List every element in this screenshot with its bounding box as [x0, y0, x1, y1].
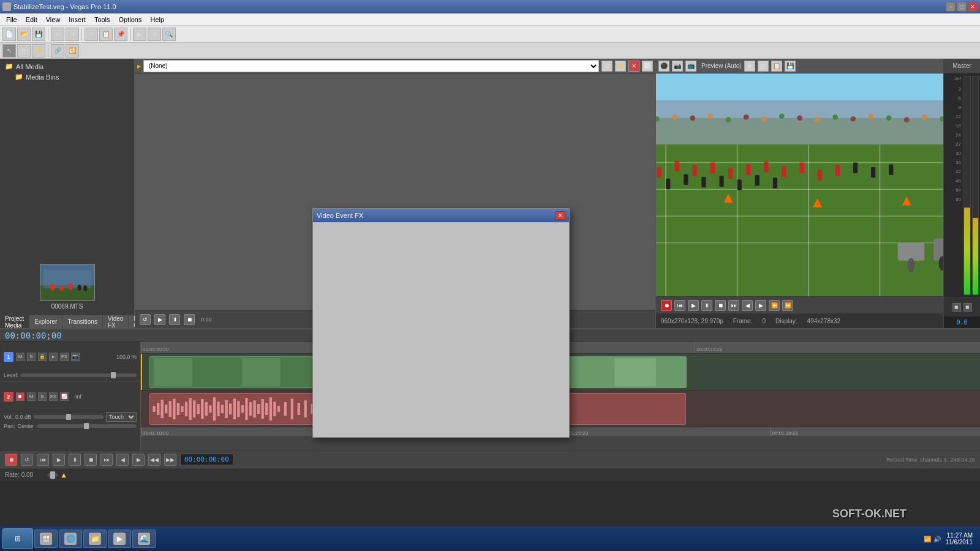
video-event-fx-dialog: Video Event FX ✕ — [312, 208, 570, 438]
dialog-title-bar: Video Event FX ✕ — [313, 209, 569, 222]
volume-icon: 🔊 — [933, 536, 941, 542]
dialog-content-area — [313, 222, 569, 437]
taskbar-item-0[interactable]: 🪟 — [34, 530, 58, 548]
clock-date: 11/6/2011 — [946, 539, 973, 545]
taskbar-item-3[interactable]: ▶ — [108, 530, 131, 548]
taskbar-item-4[interactable]: 🌊 — [132, 530, 156, 548]
taskbar: ⊞ 🪟 🌐 📁 ▶ 🌊 📶 🔊 11:27 AM 11/6/2011 — [0, 527, 980, 551]
taskbar-icon-1: 🌐 — [64, 533, 77, 545]
taskbar-item-2[interactable]: 📁 — [83, 530, 107, 548]
start-button[interactable]: ⊞ — [2, 528, 33, 549]
taskbar-icon-0: 🪟 — [40, 533, 52, 545]
dialog-close-button[interactable]: ✕ — [556, 211, 565, 220]
system-tray: 📶 🔊 — [924, 536, 941, 542]
taskbar-right: 📶 🔊 11:27 AM 11/6/2011 — [924, 532, 978, 545]
clock-time: 11:27 AM — [946, 532, 973, 539]
dialog-title: Video Event FX — [317, 212, 363, 219]
taskbar-icon-2: 📁 — [89, 533, 101, 545]
system-clock: 11:27 AM 11/6/2011 — [946, 532, 973, 545]
taskbar-item-1[interactable]: 🌐 — [59, 530, 82, 548]
dialog-overlay: Video Event FX ✕ — [0, 0, 980, 551]
network-icon: 📶 — [924, 536, 931, 542]
taskbar-icon-4: 🌊 — [138, 533, 150, 545]
taskbar-icon-3: ▶ — [113, 533, 126, 545]
